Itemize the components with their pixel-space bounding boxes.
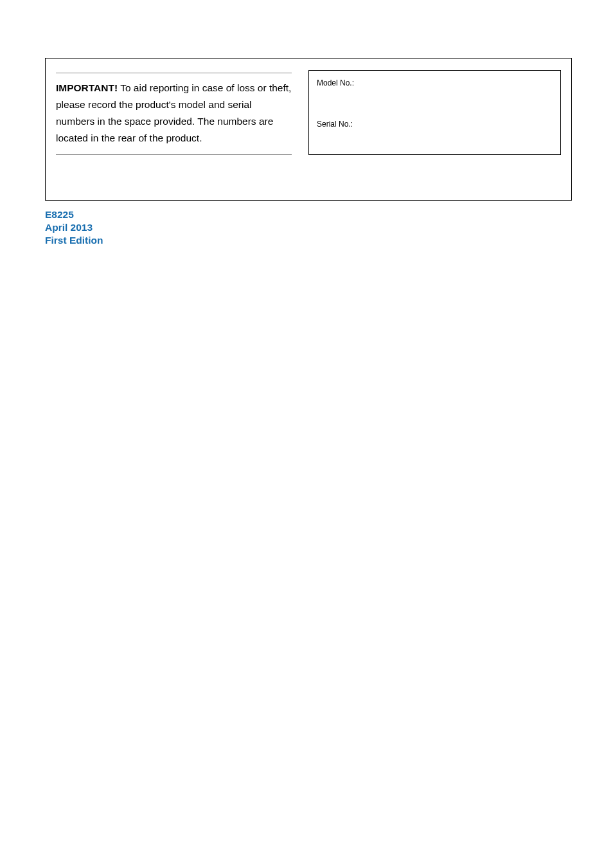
document-edition: First Edition [45,234,572,247]
model-number-field: Model No.: [317,78,553,87]
important-notice: IMPORTANT! To aid reporting in case of l… [56,73,292,155]
document-code: E8225 [45,208,572,221]
document-date: April 2013 [45,221,572,234]
record-box: IMPORTANT! To aid reporting in case of l… [45,58,572,201]
page-container: IMPORTANT! To aid reporting in case of l… [45,58,572,247]
document-info: E8225 April 2013 First Edition [45,208,572,247]
serial-number-field: Serial No.: [317,120,553,129]
serial-number-label: Serial No.: [317,120,353,129]
important-label: IMPORTANT! [56,82,118,93]
important-column: IMPORTANT! To aid reporting in case of l… [56,70,292,155]
model-number-label: Model No.: [317,78,354,87]
record-fields-box: Model No.: Serial No.: [308,70,561,155]
